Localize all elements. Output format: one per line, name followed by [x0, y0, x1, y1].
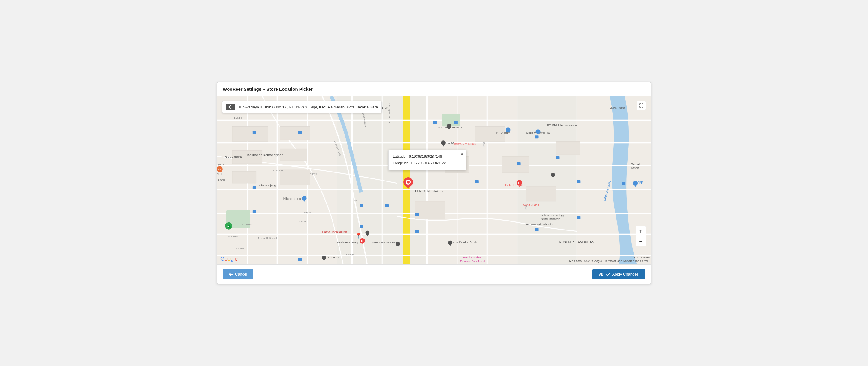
- svg-text:H: H: [361, 240, 363, 243]
- svg-point-146: [407, 180, 410, 184]
- svg-text:Pelni Hospital: Pelni Hospital: [505, 183, 525, 187]
- zoom-in-button[interactable]: +: [636, 226, 646, 236]
- svg-rect-27: [232, 126, 268, 141]
- title-bar: WooReer Settings » Store Location Picker: [217, 82, 651, 96]
- svg-text:PT. BNI Life Insurance: PT. BNI Life Insurance: [547, 123, 577, 127]
- svg-text:ek: ek: [218, 168, 221, 171]
- svg-text:N 78 Jakarta: N 78 Jakarta: [225, 155, 242, 158]
- svg-rect-88: [298, 131, 302, 134]
- svg-text:Jl. Kyai H. Djunadi: Jl. Kyai H. Djunadi: [258, 237, 277, 240]
- svg-text:Jl. Kijang I: Jl. Kijang I: [307, 172, 318, 175]
- svg-rect-97: [475, 180, 479, 183]
- svg-text:Kelurahan Kemanggisan: Kelurahan Kemanggisan: [247, 153, 283, 157]
- svg-text:Bethel Indonesia: Bethel Indonesia: [540, 218, 561, 221]
- svg-rect-37: [526, 186, 556, 201]
- svg-text:RUSUN PETAMBURAN: RUSUN PETAMBURAN: [559, 241, 594, 244]
- zoom-controls: + −: [636, 226, 646, 246]
- svg-text:Bakti II: Bakti II: [234, 116, 242, 119]
- svg-rect-103: [577, 216, 581, 219]
- svg-text:PLN Udiklat Jakarta: PLN Udiklat Jakarta: [415, 189, 444, 193]
- svg-text:MAN 22: MAN 22: [328, 256, 339, 259]
- svg-rect-91: [360, 225, 363, 228]
- svg-rect-87: [253, 210, 256, 213]
- svg-text:ek DPR: ek DPR: [217, 179, 225, 181]
- svg-text:Wisma Barito Pacific: Wisma Barito Pacific: [448, 241, 478, 244]
- svg-rect-104: [622, 182, 625, 185]
- svg-rect-33: [415, 201, 445, 219]
- svg-rect-101: [577, 180, 581, 183]
- svg-rect-85: [253, 131, 256, 134]
- cancel-button[interactable]: Cancel: [223, 269, 253, 279]
- svg-text:🍴: 🍴: [523, 204, 529, 210]
- svg-rect-95: [433, 121, 437, 124]
- map-container[interactable]: Bakti II N 78 Jakarta Kelurahan Kemanggi…: [217, 96, 651, 264]
- back-button[interactable]: [226, 104, 235, 110]
- svg-text:Tanah: Tanah: [631, 166, 639, 169]
- address-text: Jl. Swadaya II Blok G No.17, RT.3/RW.3, …: [238, 105, 378, 109]
- svg-rect-89: [298, 258, 302, 261]
- svg-text:Jl. Anggrek Garuda: Jl. Anggrek Garuda: [388, 102, 391, 123]
- svg-rect-100: [556, 156, 559, 159]
- svg-text:Jl. H. Saili: Jl. H. Saili: [273, 169, 284, 172]
- map-attribution: Map data ©2020 Google · Terms of Use Rep…: [569, 259, 648, 263]
- svg-text:ABC: ABC: [599, 273, 604, 276]
- svg-text:Rumah: Rumah: [631, 163, 641, 166]
- svg-rect-93: [415, 213, 419, 216]
- svg-rect-90: [360, 204, 363, 207]
- svg-rect-94: [415, 230, 419, 233]
- svg-text:Samudera Indonesia: Samudera Indonesia: [372, 241, 399, 244]
- google-logo: Google: [220, 256, 238, 262]
- svg-text:Jl. Studio: Jl. Studio: [228, 235, 238, 238]
- svg-text:Jl. Televisi: Jl. Televisi: [241, 223, 252, 226]
- svg-text:Premiere Slipi Jakarta: Premiere Slipi Jakarta: [460, 260, 487, 263]
- map-svg: Bakti II N 78 Jakarta Kelurahan Kemanggi…: [217, 96, 651, 264]
- svg-text:nge 78: nge 78: [217, 163, 224, 166]
- address-bar: Jl. Swadaya II Blok G No.17, RT.3/RW.3, …: [222, 101, 382, 113]
- svg-text:Jl. Jalak: Jl. Jalak: [349, 199, 358, 202]
- latitude-text: Latitude: -6.193631936287148: [393, 153, 462, 160]
- svg-text:Hotel Santika: Hotel Santika: [463, 256, 481, 259]
- coordinate-popup: ✕ Latitude: -6.193631936287148 Longitude…: [389, 150, 466, 170]
- popup-close-button[interactable]: ✕: [460, 152, 464, 157]
- svg-rect-3: [427, 96, 517, 264]
- footer: Cancel ABC Apply Changes: [217, 264, 651, 284]
- svg-rect-31: [280, 149, 307, 161]
- svg-text:H: H: [518, 181, 520, 185]
- svg-text:School of Theology: School of Theology: [541, 214, 564, 217]
- svg-text:Binus Kijang: Binus Kijang: [259, 184, 276, 187]
- svg-rect-36: [502, 156, 529, 173]
- svg-rect-26: [442, 114, 460, 126]
- svg-text:🍴: 🍴: [481, 141, 487, 147]
- zoom-out-button[interactable]: −: [636, 236, 646, 246]
- svg-rect-102: [535, 228, 539, 231]
- svg-text:Rodamas Group: Rodamas Group: [337, 241, 359, 244]
- svg-rect-30: [280, 126, 310, 140]
- svg-rect-98: [517, 162, 521, 165]
- page-title: WooReer Settings » Store Location Picker: [223, 87, 645, 92]
- longitude-text: Longitude: 106.79891450349122: [393, 160, 462, 167]
- svg-text:Pln II: Pln II: [217, 173, 222, 175]
- svg-text:Bakso Mas Kumis: Bakso Mas Kumis: [454, 142, 476, 145]
- svg-text:▲: ▲: [226, 224, 230, 228]
- apply-changes-button[interactable]: ABC Apply Changes: [592, 269, 645, 279]
- svg-text:Jl. Saleh: Jl. Saleh: [235, 247, 245, 250]
- svg-text:Jl. Ks. Tubun: Jl. Ks. Tubun: [610, 106, 625, 109]
- svg-rect-29: [232, 171, 256, 183]
- svg-rect-92: [385, 204, 389, 207]
- settings-window: WooReer Settings » Store Location Picker: [217, 82, 651, 284]
- svg-text:KPP Pratama J: KPP Pratama J: [634, 256, 651, 259]
- svg-text:Jl. Garuda: Jl. Garuda: [343, 253, 354, 256]
- svg-text:Asrama Brimob Slipi: Asrama Brimob Slipi: [526, 223, 553, 226]
- svg-rect-99: [535, 135, 539, 138]
- svg-text:Patria Hospital IKKT: Patria Hospital IKKT: [322, 230, 349, 233]
- svg-text:Jl. Nuri: Jl. Nuri: [298, 220, 306, 223]
- fullscreen-button[interactable]: [637, 101, 646, 110]
- svg-rect-86: [253, 186, 256, 189]
- svg-rect-38: [556, 141, 580, 155]
- svg-rect-32: [280, 170, 310, 185]
- svg-text:Jl. Merak: Jl. Merak: [301, 211, 311, 214]
- svg-rect-96: [454, 121, 458, 124]
